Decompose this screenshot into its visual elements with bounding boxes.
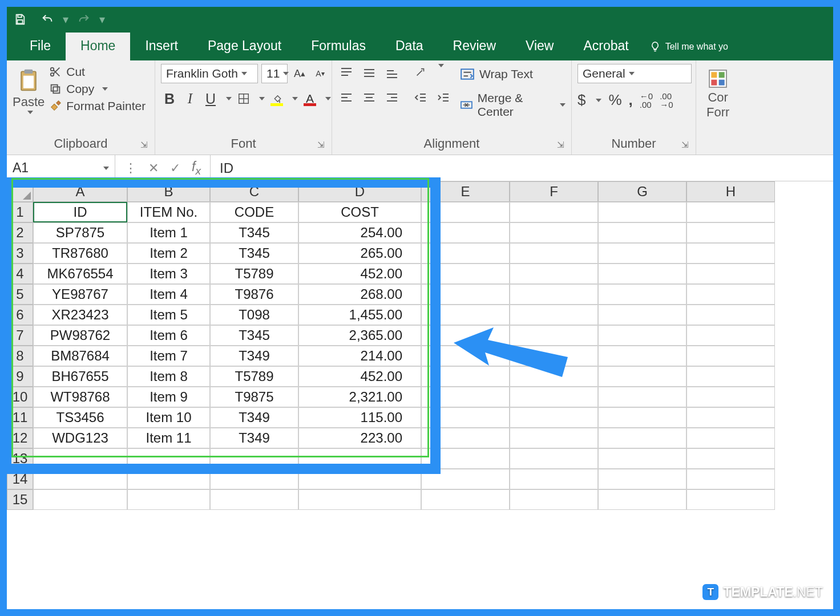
row-header-14[interactable]: 14: [7, 469, 33, 489]
chevron-down-icon[interactable]: [259, 97, 265, 100]
dialog-launcher-icon[interactable]: ⇲: [317, 140, 325, 150]
cell-H1[interactable]: [686, 202, 775, 222]
cell-H14[interactable]: [686, 469, 775, 489]
cell-A3[interactable]: TR87680: [33, 243, 127, 264]
cell-D15[interactable]: [298, 489, 421, 510]
cell-C11[interactable]: T349: [210, 407, 298, 428]
tab-insert[interactable]: Insert: [130, 33, 193, 60]
chevron-down-icon[interactable]: [596, 99, 601, 102]
row-header-13[interactable]: 13: [7, 448, 33, 469]
cell-D13[interactable]: [298, 448, 421, 469]
percent-format-button[interactable]: %: [608, 91, 621, 109]
cell-D8[interactable]: 214.00: [298, 346, 421, 366]
cell-E1[interactable]: [421, 202, 510, 222]
copy-button[interactable]: Copy: [49, 82, 146, 96]
cell-H2[interactable]: [686, 222, 775, 243]
row-header-3[interactable]: 3: [7, 243, 33, 264]
cell-C8[interactable]: T349: [210, 346, 298, 366]
cell-G8[interactable]: [598, 346, 686, 366]
merge-center-button[interactable]: Merge & Center: [460, 91, 566, 119]
align-bottom-icon[interactable]: [383, 64, 401, 81]
cell-A12[interactable]: WDG123: [33, 428, 127, 448]
cell-H4[interactable]: [686, 264, 775, 284]
cell-D10[interactable]: 2,321.00: [298, 387, 421, 407]
cell-A13[interactable]: [33, 448, 127, 469]
cell-F13[interactable]: [510, 448, 598, 469]
bold-button[interactable]: B: [161, 90, 178, 107]
cell-F11[interactable]: [510, 407, 598, 428]
chevron-down-icon[interactable]: [292, 97, 298, 100]
dialog-launcher-icon[interactable]: ⇲: [681, 140, 689, 150]
row-header-4[interactable]: 4: [7, 264, 33, 284]
column-header-D[interactable]: D: [298, 181, 421, 202]
cell-B1[interactable]: ITEM No.: [127, 202, 210, 222]
formula-input[interactable]: ID: [211, 160, 833, 176]
cell-H3[interactable]: [686, 243, 775, 264]
underline-button[interactable]: U: [202, 90, 219, 107]
cell-F12[interactable]: [510, 428, 598, 448]
borders-button[interactable]: [235, 90, 252, 107]
cell-H12[interactable]: [686, 428, 775, 448]
cell-G5[interactable]: [598, 284, 686, 305]
cell-G1[interactable]: [598, 202, 686, 222]
cell-E15[interactable]: [421, 489, 510, 510]
wrap-text-button[interactable]: Wrap Text: [460, 67, 566, 81]
row-header-7[interactable]: 7: [7, 325, 33, 346]
cell-A8[interactable]: BM87684: [33, 346, 127, 366]
cell-E3[interactable]: [421, 243, 510, 264]
cell-D5[interactable]: 268.00: [298, 284, 421, 305]
row-header-12[interactable]: 12: [7, 428, 33, 448]
cut-button[interactable]: Cut: [49, 65, 146, 79]
cell-G12[interactable]: [598, 428, 686, 448]
cell-A2[interactable]: SP7875: [33, 222, 127, 243]
cell-H7[interactable]: [686, 325, 775, 346]
cell-G13[interactable]: [598, 448, 686, 469]
number-format-dropdown[interactable]: General: [578, 64, 692, 83]
cell-G15[interactable]: [598, 489, 686, 510]
cell-D11[interactable]: 115.00: [298, 407, 421, 428]
cell-C12[interactable]: T349: [210, 428, 298, 448]
cell-C2[interactable]: T345: [210, 222, 298, 243]
cell-B11[interactable]: Item 10: [127, 407, 210, 428]
cell-H8[interactable]: [686, 346, 775, 366]
format-painter-button[interactable]: Format Painter: [49, 99, 146, 113]
cell-B14[interactable]: [127, 469, 210, 489]
row-header-11[interactable]: 11: [7, 407, 33, 428]
cell-G2[interactable]: [598, 222, 686, 243]
column-header-F[interactable]: F: [510, 181, 598, 202]
row-header-6[interactable]: 6: [7, 305, 33, 325]
cell-H15[interactable]: [686, 489, 775, 510]
cell-E10[interactable]: [421, 387, 510, 407]
cell-E11[interactable]: [421, 407, 510, 428]
column-header-C[interactable]: C: [210, 181, 298, 202]
select-all-corner[interactable]: [7, 181, 33, 202]
cell-A14[interactable]: [33, 469, 127, 489]
cell-A9[interactable]: BH67655: [33, 366, 127, 387]
tab-formulas[interactable]: Formulas: [296, 33, 381, 60]
orientation-button[interactable]: [412, 64, 429, 81]
cell-A5[interactable]: YE98767: [33, 284, 127, 305]
cell-F2[interactable]: [510, 222, 598, 243]
cell-B2[interactable]: Item 1: [127, 222, 210, 243]
column-header-E[interactable]: E: [421, 181, 510, 202]
dialog-launcher-icon[interactable]: ⇲: [557, 140, 564, 150]
cell-B15[interactable]: [127, 489, 210, 510]
chevron-down-icon[interactable]: [226, 97, 232, 100]
fill-color-button[interactable]: [268, 90, 285, 107]
tab-file[interactable]: File: [15, 33, 66, 60]
align-right-icon[interactable]: [383, 89, 401, 106]
cell-E4[interactable]: [421, 264, 510, 284]
row-header-8[interactable]: 8: [7, 346, 33, 366]
cell-H10[interactable]: [686, 387, 775, 407]
increase-decimal-button[interactable]: ←0.00: [640, 92, 653, 109]
cell-G11[interactable]: [598, 407, 686, 428]
tab-home[interactable]: Home: [66, 33, 130, 60]
cell-D1[interactable]: COST: [298, 202, 421, 222]
redo-icon[interactable]: [76, 12, 91, 27]
increase-indent-icon[interactable]: [435, 89, 452, 106]
cell-F4[interactable]: [510, 264, 598, 284]
cell-E2[interactable]: [421, 222, 510, 243]
cell-C7[interactable]: T345: [210, 325, 298, 346]
cell-H6[interactable]: [686, 305, 775, 325]
cell-D7[interactable]: 2,365.00: [298, 325, 421, 346]
